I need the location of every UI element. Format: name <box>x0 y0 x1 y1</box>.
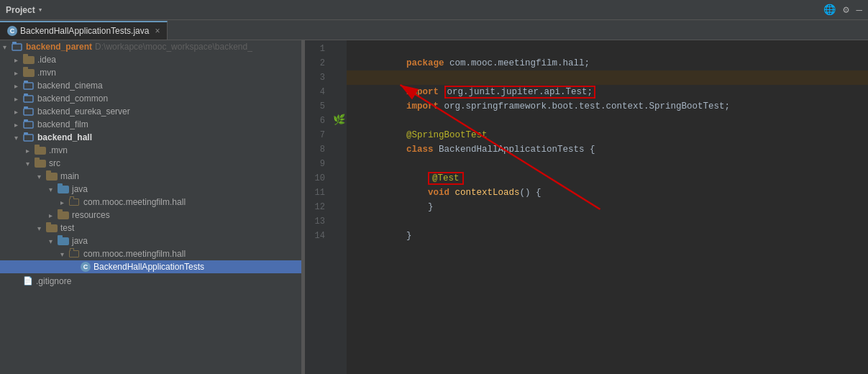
tab-backend-hall-tests[interactable]: C BackendHallApplicationTests.java × <box>0 21 168 40</box>
folder-icon-mvn <box>23 69 35 77</box>
project-dropdown-icon[interactable]: ▾ <box>38 5 43 14</box>
backend-cinema-label: backend_cinema <box>37 81 103 91</box>
tab-bar: C BackendHallApplicationTests.java × <box>0 20 868 40</box>
line-num-1: 1 <box>305 42 325 56</box>
tree-item-backend-parent[interactable]: ▾ backend_parent D:\workapce\mooc_worksp… <box>0 40 301 53</box>
gitignore-label: .gitignore <box>36 276 71 286</box>
tree-item-backend-hall-tests[interactable]: ▸ C BackendHallApplicationTests <box>0 260 301 273</box>
tree-item-java-main[interactable]: ▾ java <box>0 183 301 196</box>
line-num-12: 12 <box>305 200 325 214</box>
sidebar: ▾ backend_parent D:\workapce\mooc_worksp… <box>0 40 302 374</box>
tree-item-src[interactable]: ▾ src <box>0 157 301 170</box>
main-label: main <box>60 171 79 181</box>
tab-close-button[interactable]: × <box>155 26 160 36</box>
code-area[interactable]: package com.mooc.meetingfilm.hall; impor… <box>347 40 868 374</box>
indent-10 <box>406 188 428 198</box>
tree-item-backend-common[interactable]: ▸ backend_common <box>0 92 301 105</box>
folder-icon-java-main <box>58 186 69 193</box>
line-num-13: 13 <box>305 214 325 229</box>
folder-icon-test <box>46 224 58 232</box>
import-path-red: org.junit.jupiter.api.Test; <box>444 86 596 99</box>
svg-rect-6 <box>24 109 33 115</box>
tree-item-backend-eureka[interactable]: ▸ backend_eureka_server <box>0 105 301 118</box>
chevron-test: ▾ <box>37 224 46 232</box>
module-icon-common <box>23 94 35 104</box>
tab-c-icon: C <box>7 26 17 36</box>
tree-item-backend-cinema[interactable]: ▸ backend_cinema <box>0 79 301 92</box>
tree-item-java-test[interactable]: ▾ java <box>0 234 301 247</box>
folder-icon-main <box>46 173 58 181</box>
kw-import-3: import <box>406 87 439 97</box>
annotation-test: @Test <box>428 172 464 185</box>
line-num-2: 2 <box>305 56 325 70</box>
chevron-hall: ▾ <box>14 134 23 142</box>
tree-item-gitignore[interactable]: ▸ 📄 .gitignore <box>0 275 301 288</box>
pkg-path: com.mooc.meetingfilm.hall; <box>444 58 590 68</box>
tree-item-mvn-hall[interactable]: ▸ .mvn <box>0 144 301 157</box>
tree-item-mvn-root[interactable]: ▸ .mvn <box>0 66 301 79</box>
c-icon-tests: C <box>81 262 91 272</box>
module-icon-cinema <box>23 81 35 91</box>
tree-item-com-test[interactable]: ▾ com.mooc.meetingfilm.hall <box>0 247 301 260</box>
tree-item-test[interactable]: ▾ test <box>0 222 301 234</box>
project-title: Project <box>6 5 35 15</box>
chevron-java-main: ▾ <box>49 186 58 193</box>
line-num-14: 14 <box>305 229 325 243</box>
gutter: 🌿 <box>331 40 347 374</box>
mvn-root-label: .mvn <box>37 68 56 78</box>
method-name: contextLoads <box>449 188 520 198</box>
method-parens: () { <box>520 188 542 198</box>
com-test-label: com.mooc.meetingfilm.hall <box>83 249 186 259</box>
file-icon-gitignore: 📄 <box>23 276 33 286</box>
chevron-java-test: ▾ <box>49 237 58 245</box>
mvn-hall-label: .mvn <box>49 145 68 155</box>
chevron-main: ▾ <box>37 173 46 181</box>
import-path-4: org.springframework.boot.test.context.Sp… <box>439 101 730 111</box>
svg-rect-1 <box>12 42 17 44</box>
code-line-6: @SpringBootTest <box>347 114 868 128</box>
com-main-label: com.mooc.meetingfilm.hall <box>83 197 186 207</box>
svg-rect-0 <box>12 44 22 50</box>
folder-icon-mvn-hall <box>35 147 46 155</box>
indent-11: } <box>406 202 434 212</box>
folder-icon-java-test <box>58 237 69 245</box>
backend-hall-label: backend_hall <box>37 132 92 142</box>
chevron-resources: ▸ <box>49 211 58 219</box>
code-line-1: package com.mooc.meetingfilm.hall; <box>347 42 868 56</box>
kw-class: class <box>406 145 434 155</box>
code-line-14 <box>347 229 868 243</box>
chevron-eureka: ▸ <box>14 108 23 116</box>
java-test-label: java <box>72 236 88 246</box>
chevron-common: ▸ <box>14 95 23 103</box>
svg-rect-9 <box>24 119 28 122</box>
backend-eureka-label: backend_eureka_server <box>37 106 130 117</box>
chevron-open: ▾ <box>3 43 12 51</box>
code-line-9: @Test <box>347 157 868 171</box>
settings-icon[interactable]: ⚙ <box>843 4 849 16</box>
line-num-11: 11 <box>305 186 325 200</box>
line-num-7: 7 <box>305 128 325 142</box>
run-icon[interactable]: 🌿 <box>333 114 345 126</box>
line-numbers: 1 2 3 4 5 6 7 8 9 10 11 12 13 14 <box>305 40 331 374</box>
line-num-4: 4 <box>305 85 325 99</box>
tree-item-com-main[interactable]: ▸ com.mooc.meetingfilm.hall <box>0 196 301 209</box>
minimize-icon[interactable]: — <box>856 4 862 16</box>
line-num-6: 6 <box>305 114 325 128</box>
class-def: BackendHallApplicationTests { <box>434 145 595 155</box>
package-icon-main <box>69 198 81 206</box>
tree-item-backend-film[interactable]: ▸ backend_film <box>0 118 301 131</box>
tree-item-idea[interactable]: ▸ .idea <box>0 53 301 66</box>
line-num-3: 3 <box>305 70 325 85</box>
backend-film-label: backend_film <box>37 119 88 129</box>
code-line-3: import org.junit.jupiter.api.Test; <box>347 70 868 85</box>
globe-icon[interactable]: 🌐 <box>823 4 836 16</box>
package-icon-test <box>69 250 81 258</box>
tree-item-backend-hall[interactable]: ▾ backend_hall <box>0 131 301 144</box>
import-space-3 <box>439 87 444 97</box>
tree-item-main[interactable]: ▾ main <box>0 170 301 183</box>
backend-parent-path: D:\workapce\mooc_workspace\backend_ <box>95 42 252 52</box>
annotation-springboot: @SpringBootTest <box>406 130 488 140</box>
line-num-8: 8 <box>305 142 325 157</box>
module-icon-parent <box>12 42 23 52</box>
tree-item-resources[interactable]: ▸ resources <box>0 209 301 222</box>
